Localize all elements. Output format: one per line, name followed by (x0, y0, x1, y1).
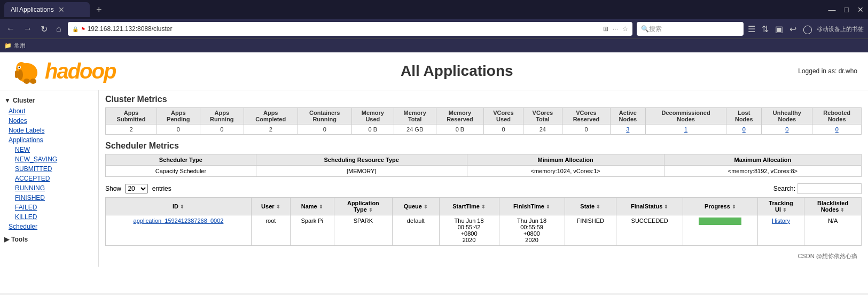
val-rebooted-nodes[interactable]: 0 (812, 125, 862, 135)
sync-icon[interactable]: ⇅ (762, 24, 769, 34)
sidebar-item-nodes[interactable]: Nodes (0, 116, 98, 126)
sidebar-item-applications[interactable]: Applications (0, 135, 98, 145)
cell-id[interactable]: application_1592412387268_0002 (106, 215, 252, 246)
sidebar-item-about[interactable]: About (0, 106, 98, 116)
library-icon[interactable]: ☰ (748, 24, 755, 34)
tab-close-button[interactable]: ✕ (58, 5, 65, 14)
val-unhealthy-nodes[interactable]: 0 (762, 125, 812, 135)
col-memory-used: MemoryUsed (351, 108, 394, 125)
col-blacklisted-nodes[interactable]: BlacklistedNodes ⇕ (804, 198, 862, 215)
bookmarks-bar: 📁 常用 (0, 38, 868, 52)
col-decommissioned-nodes: DecommissionedNodes (645, 108, 726, 125)
col-name[interactable]: Name ⇕ (290, 198, 334, 215)
sidebar-subitem-killed[interactable]: KILLED (0, 212, 98, 222)
col-rebooted-nodes: RebootedNodes (812, 108, 862, 125)
col-app-type[interactable]: ApplicationType ⇕ (334, 198, 392, 215)
search-input[interactable]: 🔍 搜索 (637, 22, 744, 36)
scheduler-metrics-title: Scheduler Metrics (105, 141, 862, 151)
col-lost-nodes: LostNodes (726, 108, 762, 125)
window-controls: — □ ✕ (828, 5, 864, 14)
table-search-input[interactable] (797, 183, 862, 194)
col-user[interactable]: User ⇕ (251, 198, 290, 215)
sidebar-subitem-accepted[interactable]: ACCEPTED (0, 174, 98, 183)
svg-point-3 (24, 79, 30, 84)
col-id[interactable]: ID ⇕ (106, 198, 252, 215)
val-min-allocation: <memory:1024, vCores:1> (467, 166, 664, 177)
col-final-status[interactable]: FinalStatus ⇕ (616, 198, 683, 215)
col-apps-running: AppsRunning (200, 108, 244, 125)
sidebar-subitem-new-saving[interactable]: NEW_SAVING (0, 154, 98, 164)
col-finish-time[interactable]: FinishTime ⇕ (499, 198, 565, 215)
val-apps-pending: 0 (157, 125, 200, 135)
sidebar-subitem-new[interactable]: NEW (0, 145, 98, 154)
val-apps-running: 0 (200, 125, 244, 135)
val-lost-nodes[interactable]: 0 (726, 125, 762, 135)
col-memory-reserved: MemoryReserved (436, 108, 484, 125)
main-layout: ▼ Cluster About Nodes Node Labels Applic… (0, 90, 868, 267)
bookmark-icon[interactable]: ☆ (622, 25, 628, 33)
browser-tab[interactable]: All Applications ✕ (4, 2, 90, 17)
col-queue[interactable]: Queue ⇕ (393, 198, 440, 215)
close-button[interactable]: ✕ (857, 5, 864, 14)
entries-select[interactable]: 20 50 100 (125, 184, 148, 193)
sidebar-item-node-labels[interactable]: Node Labels (0, 126, 98, 135)
sidebar-subitem-failed[interactable]: FAILED (0, 203, 98, 212)
new-tab-button[interactable]: + (92, 4, 106, 15)
reader-icon[interactable]: ⊞ (603, 25, 608, 33)
val-active-nodes[interactable]: 3 (610, 125, 645, 135)
reload-button[interactable]: ↻ (38, 23, 50, 35)
page-content: hadoop All Applications Logged in as: dr… (0, 52, 868, 293)
container-icon[interactable]: ▣ (775, 24, 783, 34)
cell-start-time: Thu Jun 1800:55:42+08002020 (439, 215, 499, 246)
val-vcores-total: 24 (523, 125, 562, 135)
minimize-button[interactable]: — (828, 5, 836, 14)
tracking-ui-link[interactable]: History (772, 218, 790, 224)
val-scheduler-type: Capacity Scheduler (106, 166, 256, 177)
forward-button[interactable]: → (21, 23, 34, 35)
progress-bar-container (699, 218, 741, 225)
col-apps-completed: AppsCompleted (244, 108, 298, 125)
arrow-icon[interactable]: ↩ (789, 24, 796, 34)
sidebar-subitem-finished[interactable]: FINISHED (0, 193, 98, 203)
cluster-metrics-title: Cluster Metrics (105, 95, 862, 104)
browser-titlebar: All Applications ✕ + — □ ✕ (0, 0, 868, 19)
val-decommissioned-nodes[interactable]: 1 (645, 125, 726, 135)
account-icon[interactable]: ◯ (803, 24, 812, 34)
sidebar-subitem-running[interactable]: RUNNING (0, 183, 98, 193)
col-unhealthy-nodes: UnhealthyNodes (762, 108, 812, 125)
home-button[interactable]: ⌂ (54, 23, 64, 35)
back-button[interactable]: ← (4, 23, 17, 35)
sidebar-item-scheduler[interactable]: Scheduler (0, 222, 98, 231)
footer-note: CSDN @想你依然心痛 (105, 250, 862, 262)
col-start-time[interactable]: StartTime ⇕ (439, 198, 499, 215)
maximize-button[interactable]: □ (844, 5, 849, 14)
warning-icon: ⚑ (81, 26, 85, 32)
sidebar-tools-header[interactable]: ▶ Tools (0, 234, 98, 245)
col-tracking-ui[interactable]: TrackingUI ⇕ (757, 198, 804, 215)
mobile-bookmarks-label: 移动设备上的书签 (817, 25, 864, 33)
search-row: Search: (773, 183, 862, 194)
more-icon[interactable]: ··· (613, 25, 618, 33)
col-state[interactable]: State ⇕ (565, 198, 616, 215)
col-vcores-total: VCoresTotal (523, 108, 562, 125)
cell-tracking-ui[interactable]: History (757, 215, 804, 246)
cell-name: Spark Pi (290, 215, 334, 246)
val-memory-total: 24 GB (394, 125, 436, 135)
val-vcores-used: 0 (484, 125, 523, 135)
sidebar: ▼ Cluster About Nodes Node Labels Applic… (0, 90, 99, 267)
address-input[interactable]: 🔒 ⚑ 192.168.121.132:8088/cluster ⊞ ··· ☆ (68, 22, 632, 36)
val-scheduling-resource: [MEMORY] (256, 166, 467, 177)
val-apps-submitted: 2 (106, 125, 157, 135)
app-id-link[interactable]: application_1592412387268_0002 (134, 218, 224, 224)
col-vcores-reserved: VCoresReserved (562, 108, 611, 125)
svg-rect-7 (15, 71, 18, 78)
bookmarks-folder[interactable]: 📁 常用 (4, 42, 26, 50)
toolbar-icons: ☰ ⇅ ▣ ↩ ◯ (748, 24, 812, 34)
address-bar: ← → ↻ ⌂ 🔒 ⚑ 192.168.121.132:8088/cluster… (0, 19, 868, 38)
sidebar-cluster-header[interactable]: ▼ Cluster (0, 95, 98, 106)
content-area: Cluster Metrics AppsSubmitted AppsPendin… (99, 90, 868, 267)
address-action-icons: ⊞ ··· ☆ (603, 25, 628, 33)
col-progress[interactable]: Progress ⇕ (683, 198, 758, 215)
sidebar-subitem-submitted[interactable]: SUBMITTED (0, 164, 98, 174)
hadoop-text-logo: hadoop (45, 59, 115, 83)
